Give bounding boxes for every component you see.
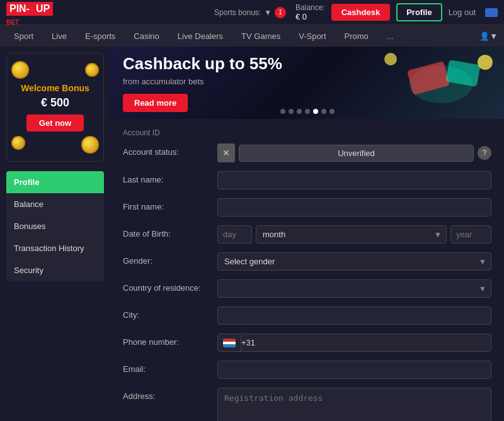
nav-item-promo[interactable]: Promo	[337, 25, 376, 47]
nav-item-more[interactable]: ...	[379, 25, 401, 47]
nav-item-tv-games[interactable]: TV Games	[234, 25, 288, 47]
dob-label: Date of Birth:	[123, 225, 211, 239]
sidebar-item-bonuses[interactable]: Bonuses	[6, 215, 104, 237]
sidebar-item-balance[interactable]: Balance	[6, 193, 104, 215]
address-label: Address:	[123, 388, 211, 401]
dot-7	[329, 109, 335, 114]
gender-select[interactable]: Select gender Male Female	[217, 252, 491, 271]
phone-label: Phone number:	[123, 334, 211, 347]
profile-form: Account ID Account status: ✕ Unverified …	[110, 119, 504, 421]
status-row: ✕ Unverified ?	[217, 143, 491, 162]
profile-header-button[interactable]: Profile	[396, 3, 442, 21]
nav-item-esports[interactable]: E-sports	[77, 25, 123, 47]
first-name-row: First name:	[123, 198, 491, 216]
welcome-bonus-card: Welcome Bonus € 500 Get now	[6, 53, 104, 162]
country-field: ▼	[217, 279, 491, 298]
main-container: Welcome Bonus € 500 Get now Profile Bala…	[0, 47, 504, 421]
address-row: Address:	[123, 388, 491, 421]
phone-row: Phone number: +31	[123, 334, 491, 352]
banner: Cashback up to 55% from accumulator bets…	[110, 47, 504, 119]
phone-field: +31	[217, 334, 491, 352]
get-now-button[interactable]: Get now	[26, 115, 84, 132]
country-select-wrap: ▼	[217, 279, 491, 298]
account-status-label: Account status:	[123, 143, 211, 157]
status-badge: Unverified	[239, 145, 474, 162]
dot-1	[280, 109, 285, 114]
coin-icon-2	[85, 63, 99, 77]
balance-label: Balance:	[295, 3, 325, 12]
nav-bar: Sport Live E-sports Casino Live Dealers …	[0, 25, 504, 47]
account-status-row: Account status: ✕ Unverified ?	[123, 143, 491, 162]
banner-text: Cashback up to 55% from accumulator bets…	[123, 54, 282, 112]
phone-flag[interactable]	[218, 335, 241, 351]
dot-4	[305, 109, 310, 114]
sidebar-menu: Profile Balance Bonuses Transaction Hist…	[6, 171, 104, 281]
last-name-input[interactable]	[217, 171, 491, 189]
sports-bonus-arrow[interactable]: ▼	[264, 8, 272, 17]
language-flag-icon[interactable]	[485, 8, 498, 17]
sports-bonus-label: Sports bonus:	[214, 8, 261, 17]
status-clear-button[interactable]: ✕	[217, 143, 235, 162]
first-name-field	[217, 198, 491, 216]
dob-year-input[interactable]	[450, 225, 491, 244]
logo-up: UP	[33, 2, 53, 16]
sidebar-item-profile[interactable]: Profile	[6, 171, 104, 193]
logo: PIN- UP BET	[6, 2, 53, 23]
banner-dots	[280, 109, 335, 114]
dob-inputs: month JanuaryFebruaryMarch AprilMayJune …	[217, 225, 491, 244]
bonus-count: 1	[275, 7, 286, 18]
email-label: Email:	[123, 361, 211, 374]
gender-label: Gender:	[123, 252, 211, 266]
gender-field: Select gender Male Female ▼	[217, 252, 491, 271]
welcome-bonus-title: Welcome Bonus	[10, 83, 100, 93]
status-help-button[interactable]: ?	[478, 146, 491, 160]
first-name-label: First name:	[123, 198, 211, 211]
logo-pin: PIN-	[6, 2, 33, 16]
balance-amount: € 0	[295, 12, 307, 21]
dot-3	[297, 109, 302, 114]
address-field	[217, 388, 491, 421]
svg-point-4	[384, 53, 397, 65]
dob-month-select[interactable]: month JanuaryFebruaryMarch AprilMayJune …	[256, 225, 447, 244]
sidebar-item-transaction-history[interactable]: Transaction History	[6, 237, 104, 259]
city-row: City:	[123, 306, 491, 325]
country-label: Country of residence:	[123, 279, 211, 293]
sidebar-item-security[interactable]: Security	[6, 259, 104, 281]
gender-select-wrap: Select gender Male Female ▼	[217, 252, 491, 271]
logout-button[interactable]: Log out	[442, 4, 482, 20]
last-name-row: Last name:	[123, 171, 491, 189]
top-bar: PIN- UP BET Sports bonus: ▼ 1 Balance: €…	[0, 0, 504, 25]
country-row: Country of residence: ▼	[123, 279, 491, 298]
nav-item-vsport[interactable]: V-Sport	[291, 25, 333, 47]
dob-field: month JanuaryFebruaryMarch AprilMayJune …	[217, 225, 491, 244]
account-id-label: Account ID	[123, 128, 491, 137]
last-name-label: Last name:	[123, 171, 211, 184]
nav-item-live[interactable]: Live	[44, 25, 74, 47]
city-input[interactable]	[217, 306, 491, 325]
nl-flag-icon	[223, 339, 236, 347]
city-field	[217, 306, 491, 325]
logo-bet: BET	[6, 19, 53, 26]
nav-item-sport[interactable]: Sport	[6, 25, 41, 47]
last-name-field	[217, 171, 491, 189]
banner-decorations	[284, 47, 504, 119]
nav-item-casino[interactable]: Casino	[126, 25, 166, 47]
address-textarea[interactable]	[217, 388, 491, 421]
coin-icon-1	[11, 61, 29, 79]
dot-5	[313, 109, 318, 114]
country-select[interactable]	[217, 279, 491, 298]
phone-number-input[interactable]	[255, 334, 491, 351]
nav-item-live-dealers[interactable]: Live Dealers	[170, 25, 231, 47]
cashdesk-button[interactable]: Cashdesk	[331, 4, 390, 21]
first-name-input[interactable]	[217, 198, 491, 216]
email-input[interactable]	[217, 361, 491, 379]
gender-row: Gender: Select gender Male Female ▼	[123, 252, 491, 271]
dot-6	[321, 109, 326, 114]
read-more-button[interactable]: Read more	[123, 94, 188, 112]
dob-day-input[interactable]	[217, 225, 252, 244]
city-label: City:	[123, 306, 211, 320]
banner-headline: Cashback up to 55%	[123, 54, 282, 74]
dot-2	[289, 109, 294, 114]
nav-user-icon[interactable]: 👤▼	[479, 31, 498, 41]
dob-row: Date of Birth: month JanuaryFebruaryMarc…	[123, 225, 491, 244]
